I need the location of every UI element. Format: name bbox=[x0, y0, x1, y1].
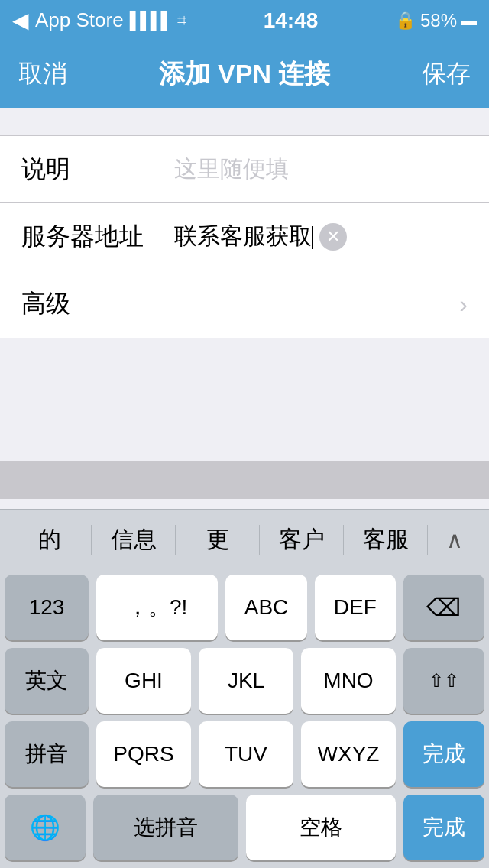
key-ghi[interactable]: GHI bbox=[96, 648, 191, 714]
keyboard-row-2: 英文 GHI JKL MNO ⇧⇧ bbox=[5, 648, 484, 714]
key-pqrs-label: PQRS bbox=[113, 742, 173, 766]
description-label: 说明 bbox=[21, 153, 174, 186]
wifi-icon: ⌗ bbox=[177, 11, 186, 31]
predictive-item-4[interactable]: 客服 bbox=[344, 518, 427, 562]
key-tuv[interactable]: TUV bbox=[199, 721, 293, 787]
key-pinyin-label: 拼音 bbox=[25, 740, 68, 769]
key-pqrs[interactable]: PQRS bbox=[96, 721, 191, 787]
key-123-label: 123 bbox=[29, 595, 65, 620]
done-button-bottom[interactable]: 完成 bbox=[403, 795, 484, 860]
done-label-right: 完成 bbox=[423, 740, 465, 769]
shift-button[interactable]: ⇧⇧ bbox=[403, 648, 484, 714]
key-wxyz-label: WXYZ bbox=[318, 742, 380, 766]
key-ghi-label: GHI bbox=[125, 669, 163, 693]
cancel-button[interactable]: 取消 bbox=[18, 57, 67, 91]
top-spacer bbox=[0, 108, 489, 135]
form-section: 说明 这里随便填 服务器地址 联系客服获取 ✕ 高级 › bbox=[0, 135, 489, 338]
key-abc-label: ABC bbox=[244, 595, 289, 620]
keyboard-separator bbox=[0, 461, 489, 499]
key-def-label: DEF bbox=[334, 595, 377, 620]
status-right: 🔒 58% ▬ bbox=[395, 10, 477, 31]
select-pinyin-button[interactable]: 选拼音 bbox=[93, 795, 238, 860]
globe-button[interactable]: 🌐 bbox=[5, 795, 86, 860]
done-label-bottom: 完成 bbox=[423, 813, 465, 842]
done-button-right[interactable]: 完成 bbox=[403, 721, 484, 787]
save-button[interactable]: 保存 bbox=[422, 57, 471, 91]
predictive-item-2[interactable]: 更 bbox=[176, 518, 259, 562]
space-button[interactable]: 空格 bbox=[246, 795, 396, 860]
predictive-bar: 的 信息 更 客户 客服 ∧ bbox=[0, 509, 489, 570]
key-jkl-label: JKL bbox=[228, 669, 264, 693]
signal-icon: ▌▌▌▌ bbox=[130, 11, 171, 31]
key-def[interactable]: DEF bbox=[315, 575, 396, 640]
status-left: ◀ App Store ▌▌▌▌ ⌗ bbox=[12, 8, 186, 33]
key-123[interactable]: 123 bbox=[5, 575, 89, 640]
predictive-item-0[interactable]: 的 bbox=[8, 518, 91, 562]
server-input-value[interactable]: 联系客服获取 bbox=[174, 221, 313, 252]
backspace-button[interactable]: ⌫ bbox=[403, 575, 484, 640]
predictive-expand-button[interactable]: ∧ bbox=[428, 526, 481, 553]
keyboard: 123 ，。?! ABC DEF ⌫ 英文 GHI JKL bbox=[0, 570, 489, 868]
keyboard-row-4: 🌐 选拼音 空格 完成 bbox=[5, 795, 484, 865]
keyboard-row-3: 拼音 PQRS TUV WXYZ 完成 bbox=[5, 721, 484, 787]
description-placeholder: 这里随便填 bbox=[174, 154, 289, 185]
server-row: 服务器地址 联系客服获取 ✕ bbox=[0, 203, 489, 270]
status-time: 14:48 bbox=[264, 8, 319, 33]
chevron-right-icon: › bbox=[459, 290, 468, 319]
globe-icon: 🌐 bbox=[30, 813, 60, 842]
back-arrow: ◀ bbox=[12, 8, 29, 33]
keyboard-container: 的 信息 更 客户 客服 ∧ 123 ，。?! ABC DEF bbox=[0, 509, 489, 868]
space-label: 空格 bbox=[300, 813, 342, 842]
key-abc[interactable]: ABC bbox=[225, 575, 306, 640]
server-label: 服务器地址 bbox=[21, 220, 174, 254]
description-row: 说明 这里随便填 bbox=[0, 136, 489, 203]
key-wxyz[interactable]: WXYZ bbox=[301, 721, 396, 787]
page-title: 添加 VPN 连接 bbox=[159, 57, 331, 92]
battery-icon: ▬ bbox=[461, 11, 477, 29]
key-punctuation[interactable]: ，。?! bbox=[96, 575, 218, 640]
empty-content-area bbox=[0, 338, 489, 461]
key-english[interactable]: 英文 bbox=[5, 648, 89, 714]
advanced-label: 高级 bbox=[21, 287, 174, 321]
key-jkl[interactable]: JKL bbox=[199, 648, 293, 714]
carrier-label: App Store bbox=[35, 8, 124, 32]
nav-bar: 取消 添加 VPN 连接 保存 bbox=[0, 40, 489, 108]
clear-icon: ✕ bbox=[326, 228, 340, 245]
key-english-label: 英文 bbox=[25, 666, 68, 695]
battery-label: 58% bbox=[420, 10, 457, 31]
advanced-row[interactable]: 高级 › bbox=[0, 270, 489, 338]
backspace-icon: ⌫ bbox=[426, 593, 461, 622]
predictive-item-3[interactable]: 客户 bbox=[260, 518, 343, 562]
description-input-area: 这里随便填 bbox=[174, 154, 468, 185]
server-input-area[interactable]: 联系客服获取 ✕ bbox=[174, 221, 468, 252]
key-tuv-label: TUV bbox=[225, 742, 267, 766]
select-pinyin-label: 选拼音 bbox=[134, 813, 198, 842]
status-bar: ◀ App Store ▌▌▌▌ ⌗ 14:48 🔒 58% ▬ bbox=[0, 0, 489, 40]
key-pinyin[interactable]: 拼音 bbox=[5, 721, 89, 787]
keyboard-row-1: 123 ，。?! ABC DEF ⌫ bbox=[5, 575, 484, 640]
key-mno[interactable]: MNO bbox=[301, 648, 396, 714]
key-punctuation-label: ，。?! bbox=[127, 593, 187, 622]
key-mno-label: MNO bbox=[323, 669, 373, 693]
predictive-item-1[interactable]: 信息 bbox=[92, 518, 175, 562]
shift-icon: ⇧⇧ bbox=[429, 670, 459, 691]
clear-button[interactable]: ✕ bbox=[319, 223, 347, 251]
lock-icon: 🔒 bbox=[395, 11, 416, 31]
